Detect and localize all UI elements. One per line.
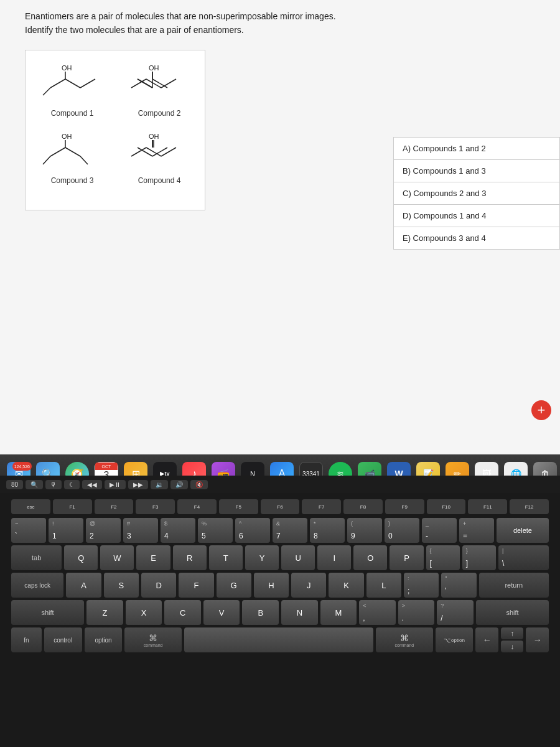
key-8[interactable]: *8 [310,518,345,543]
key-m[interactable]: M [320,600,357,625]
key-tab[interactable]: tab [11,545,62,570]
key-x[interactable]: X [126,600,162,625]
key-capslock[interactable]: caps lock [11,573,63,598]
key-v[interactable]: V [203,600,240,625]
key-p[interactable]: P [390,545,423,570]
key-9[interactable]: (9 [347,518,382,543]
key-command-right[interactable]: ⌘ command [376,627,432,652]
key-4[interactable]: $4 [161,518,195,543]
key-shift-right[interactable]: shift [476,600,549,625]
intro-text: Enantiomers are a pair of molecules that… [25,11,535,21]
key-minus[interactable]: _- [422,518,457,543]
key-u[interactable]: U [281,545,315,570]
key-f12[interactable]: F12 [510,499,549,514]
key-comma[interactable]: <, [359,600,396,625]
key-f5[interactable]: F5 [219,499,258,514]
key-t[interactable]: T [209,545,243,570]
key-equals[interactable]: += [459,518,494,543]
svg-text:OH: OH [62,133,72,140]
key-c[interactable]: C [164,600,201,625]
key-y[interactable]: Y [245,545,279,570]
tb-search[interactable]: 🔍 [26,480,43,489]
tb-rew[interactable]: ◀◀ [82,480,102,489]
key-option-right[interactable]: ⌥ option [436,627,474,652]
key-rbracket[interactable]: }] [462,545,496,570]
svg-line-13 [146,79,161,88]
key-space[interactable] [184,627,373,652]
key-fn[interactable]: fn [11,627,42,652]
answer-C[interactable]: C) Compounds 2 and 3 [393,182,560,204]
key-backtick[interactable]: ~` [11,518,46,543]
key-6[interactable]: ^6 [235,518,270,543]
key-control[interactable]: control [44,627,82,652]
key-w[interactable]: W [100,545,134,570]
key-1[interactable]: !1 [49,518,83,543]
key-lbracket[interactable]: {[ [426,545,460,570]
key-b[interactable]: B [242,600,279,625]
answer-A[interactable]: A) Compounds 1 and 2 [393,137,560,159]
key-a[interactable]: A [66,573,101,598]
tb-playpause[interactable]: ▶⏸ [105,480,126,489]
key-f10[interactable]: F10 [427,499,466,514]
key-f2[interactable]: F2 [95,499,134,514]
answer-B[interactable]: B) Compounds 1 and 3 [393,159,560,182]
tb-mute[interactable]: 🔇 [190,480,208,489]
svg-line-18 [50,148,65,156]
svg-line-12 [131,79,146,88]
tb-vol-down[interactable]: 🔉 [151,480,168,489]
key-l[interactable]: L [366,573,401,598]
key-f4[interactable]: F4 [177,499,217,514]
key-3[interactable]: #3 [123,518,158,543]
keyboard-area: esc F1 F2 F3 F4 F5 F6 F7 F8 F9 F10 F11 F… [0,493,560,747]
tb-ff[interactable]: ▶▶ [128,480,148,489]
key-arrow-up[interactable]: ↑ [501,627,524,639]
key-quote[interactable]: "' [441,573,476,598]
tb-80[interactable]: 80 [6,480,23,489]
key-o[interactable]: O [353,545,387,570]
key-semicolon[interactable]: :; [404,573,439,598]
tb-sleep[interactable]: ☾ [64,480,80,489]
key-shift-left[interactable]: shift [11,600,84,625]
bottom-row: fn control option ⌘ command ⌘ command ⌥ … [6,627,554,652]
key-d[interactable]: D [141,573,176,598]
key-0[interactable]: )0 [385,518,419,543]
key-backslash[interactable]: |\ [498,545,549,570]
key-n[interactable]: N [281,600,318,625]
key-k[interactable]: K [329,573,363,598]
key-f9[interactable]: F9 [385,499,424,514]
key-arrow-down[interactable]: ↓ [501,641,524,652]
answer-E[interactable]: E) Compounds 3 and 4 [393,227,560,250]
key-e[interactable]: E [136,545,170,570]
key-z[interactable]: Z [86,600,123,625]
key-h[interactable]: H [254,573,289,598]
key-f6[interactable]: F6 [261,499,300,514]
answer-D[interactable]: D) Compounds 1 and 4 [393,204,560,227]
key-arrow-right[interactable]: → [526,627,549,652]
key-i[interactable]: I [317,545,351,570]
key-f11[interactable]: F11 [468,499,507,514]
key-7[interactable]: &7 [273,518,307,543]
key-period[interactable]: >. [398,600,435,625]
key-5[interactable]: %5 [198,518,233,543]
key-2[interactable]: @2 [86,518,121,543]
key-option-left[interactable]: option [85,627,123,652]
key-arrow-left[interactable]: ← [475,627,498,652]
tb-mic[interactable]: 🎙 [45,480,62,489]
key-f1[interactable]: F1 [53,499,92,514]
key-j[interactable]: J [291,573,326,598]
key-f[interactable]: F [179,573,213,598]
key-q[interactable]: Q [64,545,98,570]
plus-button[interactable]: + [531,400,551,420]
key-g[interactable]: G [217,573,251,598]
tb-vol-up[interactable]: 🔊 [170,480,188,489]
key-s[interactable]: S [104,573,139,598]
key-command-left[interactable]: ⌘ command [124,627,181,652]
key-esc[interactable]: esc [11,499,50,514]
key-f3[interactable]: F3 [136,499,175,514]
key-slash[interactable]: ?/ [437,600,474,625]
key-delete[interactable]: delete [497,518,549,543]
key-f8[interactable]: F8 [343,499,383,514]
key-f7[interactable]: F7 [302,499,341,514]
key-return[interactable]: return [479,573,549,598]
key-r[interactable]: R [173,545,207,570]
